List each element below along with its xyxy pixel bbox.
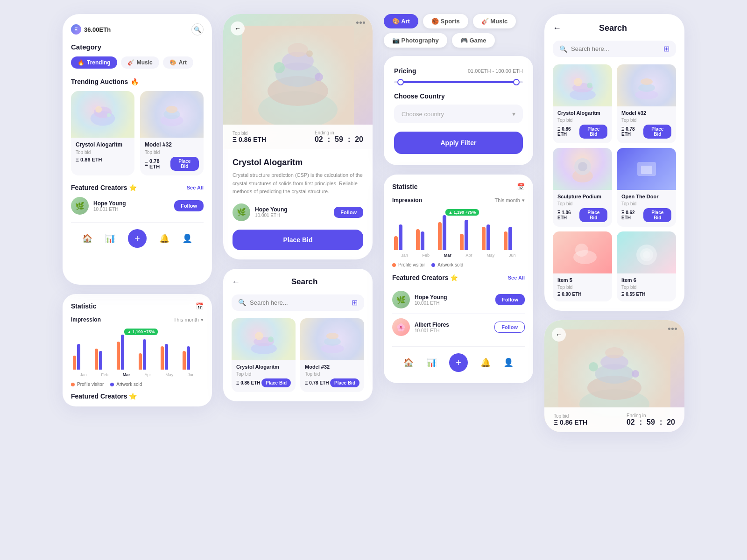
search-item-1[interactable]: Crystol Alogaritm Top bid Ξ 0.86 ETH Pla…	[232, 318, 296, 392]
auction-name-1: Crystol Alogaritm	[76, 141, 130, 148]
filter-tabs: 🎨 Art 🏀 Sports 🎸 Music 📷 Photography 🎮 G…	[384, 14, 533, 48]
search-input-bottom[interactable]	[250, 299, 348, 306]
result-item-6[interactable]: Item 6 Top bid Ξ 0.55 ETH	[617, 231, 676, 301]
search-large-back[interactable]: ←	[553, 23, 561, 33]
filter-tab-art[interactable]: 🎨 Art	[384, 14, 418, 28]
detail-back-btn[interactable]: ←	[231, 21, 245, 35]
detail-creator-row: 🌿 Hope Young 10.001 ETH Follow	[233, 203, 363, 221]
nav-add-large[interactable]: +	[449, 353, 468, 372]
this-month-large[interactable]: This month ▾	[495, 197, 525, 203]
svg-point-47	[632, 370, 639, 378]
auction-item-2[interactable]: Model #32 Top bid Ξ 0.78 ETH Place Bid	[140, 91, 204, 175]
creator-list: 🌿 Hope Young 10.001 ETH Follow 🌸 Albert …	[392, 286, 525, 341]
search-filter-btn[interactable]: ⊞	[352, 298, 358, 307]
result-bid-btn-1[interactable]: Place Bid	[579, 125, 607, 139]
result-item-2[interactable]: Model #32 Top bid Ξ 0.78 ETH Place Bid	[617, 64, 676, 143]
search-results-grid-bottom: Crystol Alogaritm Top bid Ξ 0.86 ETH Pla…	[232, 318, 364, 392]
country-select[interactable]: Choose country ▾	[394, 105, 523, 123]
search-bar-bottom[interactable]: 🔍 ⊞	[232, 294, 364, 311]
nav-notify-large[interactable]: 🔔	[480, 357, 491, 368]
result-item-3[interactable]: Sculpture Podium Top bid Ξ 1.06 ETH Plac…	[553, 148, 612, 227]
auction-img-1	[71, 91, 134, 138]
result-img-6	[617, 231, 676, 273]
auction-grid: Crystol Alogaritm Top bid Ξ 0.86 ETH Mod…	[71, 91, 204, 175]
follow-btn-large-2[interactable]: Follow	[494, 322, 525, 333]
chart-labels-large: JanFebMarAprMayJun	[392, 253, 525, 258]
place-bid-btn-2[interactable]: Place Bid	[170, 157, 199, 171]
stat-calendar-icon[interactable]: 📅	[517, 183, 525, 190]
search-place-bid-1[interactable]: Place Bid	[261, 378, 291, 387]
creator-item-1: 🌿 Hope Young 10.001 ETH Follow	[392, 286, 525, 314]
result-bid-btn-4[interactable]: Place Bid	[643, 208, 671, 222]
chart-tooltip-large: ▲ 1,190 +75%	[445, 209, 479, 216]
result-bid-btn-3[interactable]: Place Bid	[579, 208, 607, 222]
impression-label: Impression	[71, 316, 101, 323]
search-back-btn[interactable]: ←	[232, 277, 240, 287]
bar-chart-large: ▲ 1,190 +75%	[392, 208, 525, 250]
nav-home-large[interactable]: 🏠	[403, 357, 414, 368]
filter-tab-music[interactable]: 🎸 Music	[473, 14, 516, 28]
slider-thumb-right[interactable]	[513, 79, 520, 85]
detail-body: Crystol Alogaritm Crystal structure pred…	[223, 149, 373, 259]
search-place-bid-2[interactable]: Place Bid	[330, 378, 359, 387]
country-chevron-icon: ▾	[512, 110, 515, 118]
see-all-large[interactable]: See All	[508, 275, 525, 280]
search-icon[interactable]: 🔍	[191, 23, 204, 35]
nav-profile[interactable]: 👤	[182, 233, 192, 244]
apply-filter-btn[interactable]: Apply Filter	[394, 132, 523, 154]
search-large-filter[interactable]: ⊞	[663, 44, 669, 53]
tab-trending[interactable]: 🔥 Trending	[71, 56, 117, 69]
search-large-icon: 🔍	[559, 45, 567, 53]
svg-point-3	[107, 113, 111, 117]
bar-mar	[117, 335, 136, 370]
nav-home[interactable]: 🏠	[82, 233, 92, 244]
nav-bar: 🏠 📊 + 🔔 👤	[71, 222, 204, 256]
auction-item-1[interactable]: Crystol Alogaritm Top bid Ξ 0.86 ETH	[71, 91, 134, 175]
detail-right-menu[interactable]	[668, 328, 677, 330]
nav-profile-large[interactable]: 👤	[503, 357, 514, 368]
search-input-large[interactable]	[571, 45, 660, 52]
search-item-2[interactable]: Model #32 Top bid Ξ 0.78 ETH Place Bid	[300, 318, 364, 392]
this-month-selector[interactable]: This month ▾	[174, 317, 204, 323]
nav-stats-large[interactable]: 📊	[426, 357, 437, 368]
place-bid-large-btn[interactable]: Place Bid	[233, 230, 363, 250]
filter-tab-photography[interactable]: 📷 Photography	[384, 33, 447, 48]
bar-jun	[183, 346, 202, 370]
tab-music[interactable]: 🎸 Music	[121, 56, 159, 69]
follow-btn-large-1[interactable]: Follow	[495, 294, 525, 305]
result-item-1[interactable]: Crystol Alogaritm Top bid Ξ 0.86 ETH Pla…	[553, 64, 612, 143]
nav-stats[interactable]: 📊	[105, 233, 115, 244]
svg-point-2	[95, 106, 102, 113]
filter-tab-game[interactable]: 🎮 Game	[452, 33, 495, 48]
nav-notify[interactable]: 🔔	[159, 233, 169, 244]
filter-section: Pricing 01.00ETH - 100.00 ETH Choose Cou…	[384, 56, 533, 165]
featured-creators-header: Featured Creators ⭐ See All	[71, 184, 204, 191]
search-bar-large[interactable]: 🔍 ⊞	[553, 41, 676, 57]
result-bid-btn-2[interactable]: Place Bid	[643, 125, 671, 139]
top-bar: Ξ 36.00ETh 🔍	[71, 23, 204, 35]
nav-add-btn[interactable]: +	[128, 229, 147, 248]
svg-point-46	[589, 362, 598, 371]
search-item-img-2	[300, 318, 364, 360]
bar-jan	[73, 344, 92, 370]
svg-point-26	[587, 83, 592, 88]
search-header: ← Search	[232, 277, 364, 287]
filter-tab-sports[interactable]: 🏀 Sports	[423, 14, 468, 28]
tab-art[interactable]: 🎨 Art	[163, 56, 193, 69]
search-large-header: ← Search	[553, 23, 676, 33]
result-img-3	[553, 148, 612, 190]
slider-thumb-left[interactable]	[397, 79, 404, 85]
creator-avatar-large-1: 🌿	[392, 291, 410, 308]
follow-btn-1[interactable]: Follow	[174, 200, 204, 211]
price-slider[interactable]	[394, 81, 523, 83]
detail-right-back-btn[interactable]: ←	[552, 328, 566, 342]
result-item-4[interactable]: Open The Door Top bid Ξ 0.62 ETH Place B…	[617, 148, 676, 227]
calendar-icon[interactable]: 📅	[196, 302, 204, 310]
svg-point-19	[268, 336, 274, 342]
detail-menu-dots[interactable]	[356, 21, 365, 24]
detail-follow-btn[interactable]: Follow	[334, 207, 363, 218]
detail-right-img: ← Top bid Ξ 0.86 ETH	[544, 320, 684, 432]
see-all-btn[interactable]: See All	[187, 185, 204, 190]
result-item-5[interactable]: Item 5 Top bid Ξ 0.90 ETH	[553, 231, 612, 301]
svg-point-36	[575, 244, 588, 257]
